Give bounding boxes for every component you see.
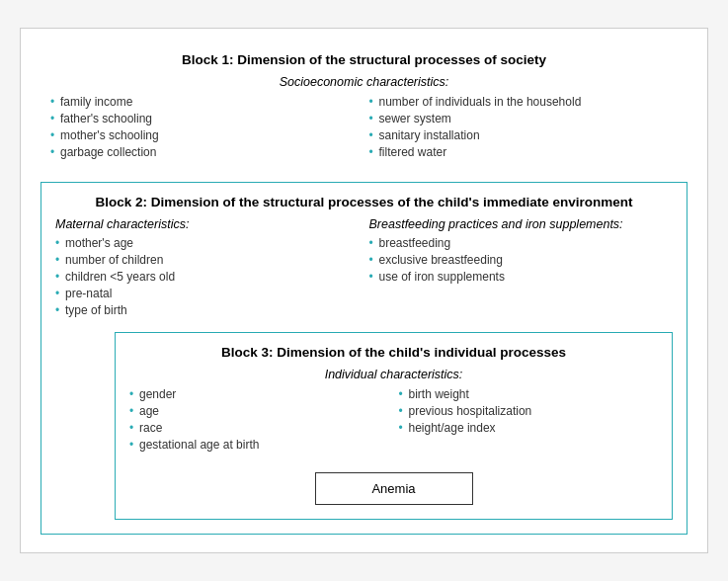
block2-breastfeeding-label: Breastfeeding practices and iron supplem… xyxy=(369,217,674,231)
block1-right-list: number of individuals in the household s… xyxy=(369,95,679,159)
list-item: exclusive breastfeeding xyxy=(369,253,674,267)
list-item: family income xyxy=(50,95,360,109)
list-item: previous hospitalization xyxy=(399,404,659,418)
block1-left-list: family income father's schooling mother'… xyxy=(50,95,360,159)
block1-columns: family income father's schooling mother'… xyxy=(50,95,678,162)
list-item: sanitary installation xyxy=(369,128,679,142)
block1-title: Block 1: Dimension of the structural pro… xyxy=(50,52,678,67)
list-item: pre-natal xyxy=(55,287,360,300)
block3-right-col: birth weight previous hospitalization he… xyxy=(399,387,659,455)
block3-right-list: birth weight previous hospitalization he… xyxy=(399,387,659,435)
block1-right-col: number of individuals in the household s… xyxy=(369,95,679,162)
anemia-box: Anemia xyxy=(315,472,473,505)
block3-title: Block 3: Dimension of the child's indivi… xyxy=(129,345,658,360)
block3-columns: gender age race gestational age at birth… xyxy=(129,387,658,455)
list-item: gender xyxy=(129,387,389,401)
list-item: number of children xyxy=(55,253,360,267)
list-item: father's schooling xyxy=(50,112,360,125)
block2-section: Block 2: Dimension of the structural pro… xyxy=(40,182,688,535)
block1-socio-label: Socioeconomic characteristics: xyxy=(50,75,678,89)
list-item: children <5 years old xyxy=(55,270,360,284)
list-item: sewer system xyxy=(369,112,679,125)
block2-right-col: Breastfeeding practices and iron supplem… xyxy=(369,217,674,320)
block2-columns: Maternal characteristics: mother's age n… xyxy=(55,217,673,320)
block2-maternal-list: mother's age number of children children… xyxy=(55,236,360,317)
block3-individual-label: Individual characteristics: xyxy=(129,368,658,381)
block2-left-col: Maternal characteristics: mother's age n… xyxy=(55,217,360,320)
block1-left-col: family income father's schooling mother'… xyxy=(50,95,360,162)
list-item: mother's schooling xyxy=(50,128,360,142)
list-item: garbage collection xyxy=(50,145,360,159)
list-item: birth weight xyxy=(399,387,659,401)
block3-section: Block 3: Dimension of the child's indivi… xyxy=(115,332,673,520)
block1-section: Block 1: Dimension of the structural pro… xyxy=(40,46,688,176)
list-item: height/age index xyxy=(399,421,659,435)
anemia-label: Anemia xyxy=(371,481,415,496)
list-item: gestational age at birth xyxy=(129,438,389,452)
block3-left-list: gender age race gestational age at birth xyxy=(129,387,389,452)
block2-maternal-label: Maternal characteristics: xyxy=(55,217,360,231)
list-item: type of birth xyxy=(55,303,360,317)
main-card: Block 1: Dimension of the structural pro… xyxy=(20,28,708,553)
list-item: filtered water xyxy=(369,145,679,159)
block3-left-col: gender age race gestational age at birth xyxy=(129,387,389,455)
block2-breastfeeding-list: breastfeeding exclusive breastfeeding us… xyxy=(369,236,674,284)
list-item: race xyxy=(129,421,389,435)
list-item: age xyxy=(129,404,389,418)
list-item: breastfeeding xyxy=(369,236,674,250)
list-item: mother's age xyxy=(55,236,360,250)
list-item: number of individuals in the household xyxy=(369,95,679,109)
list-item: use of iron supplements xyxy=(369,270,674,284)
block2-title: Block 2: Dimension of the structural pro… xyxy=(55,195,673,209)
